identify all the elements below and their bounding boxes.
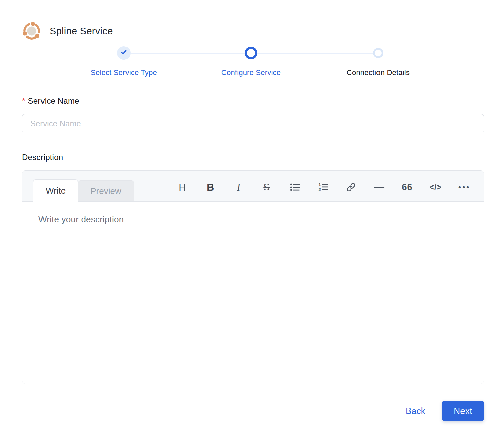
step-label: Connection Details xyxy=(347,68,410,77)
more-icon[interactable]: ••• xyxy=(458,181,470,193)
footer-actions: Back Next xyxy=(22,401,484,421)
editor-toolbar: H B I S xyxy=(177,181,470,201)
markdown-editor: Write Preview H B I S xyxy=(22,170,484,384)
italic-icon[interactable]: I xyxy=(233,181,244,193)
unordered-list-icon[interactable] xyxy=(289,181,301,193)
check-icon xyxy=(120,49,128,57)
svg-text:2: 2 xyxy=(318,187,321,192)
service-name-input[interactable] xyxy=(22,114,484,133)
step-configure-service[interactable]: Configure Service xyxy=(187,46,315,77)
description-label-text: Description xyxy=(22,153,63,162)
tab-preview[interactable]: Preview xyxy=(78,180,134,201)
service-name-label: * Service Name xyxy=(22,96,484,106)
editor-toolbar-header: Write Preview H B I S xyxy=(22,171,484,202)
heading-icon[interactable]: H xyxy=(177,181,188,193)
step-active-marker xyxy=(245,47,257,59)
step-select-service-type[interactable]: Select Service Type xyxy=(60,46,187,77)
app-header: Spline Service xyxy=(22,21,484,41)
step-pending-marker xyxy=(373,48,383,58)
tab-write[interactable]: Write xyxy=(33,179,78,202)
page-title: Spline Service xyxy=(50,26,113,37)
svg-text:1: 1 xyxy=(318,182,321,187)
quote-icon[interactable]: 66 xyxy=(402,181,413,193)
step-label: Configure Service xyxy=(221,68,281,77)
stepper: Select Service Type Configure Service Co… xyxy=(60,46,442,77)
step-connection-details[interactable]: Connection Details xyxy=(315,46,442,77)
required-asterisk: * xyxy=(22,96,25,106)
step-label: Select Service Type xyxy=(91,68,157,77)
bold-icon[interactable]: B xyxy=(205,181,216,193)
link-icon[interactable] xyxy=(345,181,357,193)
strikethrough-icon[interactable]: S xyxy=(261,181,272,193)
code-icon[interactable]: </> xyxy=(430,181,442,193)
wizard-page: Spline Service Select Service Type Confi… xyxy=(0,0,504,443)
description-label: Description xyxy=(22,153,484,162)
ordered-list-icon[interactable]: 1 2 xyxy=(317,181,329,193)
next-button[interactable]: Next xyxy=(442,401,484,421)
horizontal-rule-icon[interactable] xyxy=(373,181,385,193)
service-name-label-text: Service Name xyxy=(28,96,79,106)
description-textarea[interactable] xyxy=(22,202,484,384)
step-completed-marker xyxy=(117,46,131,60)
back-button[interactable]: Back xyxy=(406,406,425,416)
editor-body xyxy=(22,202,484,384)
spline-network-icon xyxy=(22,21,41,41)
